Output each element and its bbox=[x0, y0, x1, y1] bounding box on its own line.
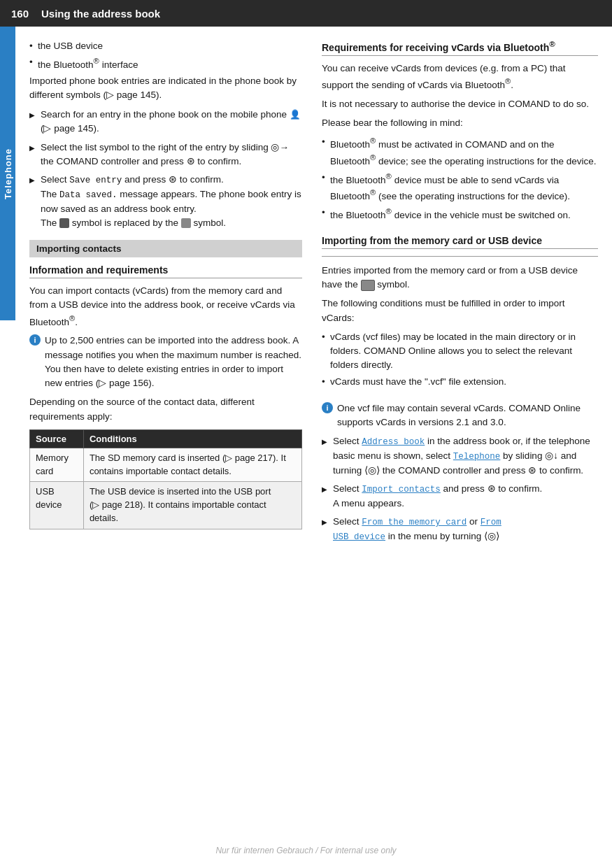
left-column: the USB device the Bluetooth® interface … bbox=[29, 39, 302, 548]
footer-watermark: Nur für internen Gebrauch / For internal… bbox=[0, 846, 612, 855]
conditions-usb-device: The USB device is inserted into the USB … bbox=[83, 482, 301, 529]
page-header: 160 Using the address book bbox=[0, 0, 612, 27]
import-heading: Importing from the memory card or USB de… bbox=[322, 235, 598, 249]
info-block-right: i One vcf file may contain several vCard… bbox=[322, 401, 598, 430]
bluetooth-section: Requirements for receiving vCards via Bl… bbox=[322, 39, 598, 222]
bullet-bluetooth: the Bluetooth® interface bbox=[29, 55, 302, 72]
bt-bullet-2: the Bluetooth® device must be able to se… bbox=[322, 171, 598, 204]
bullet-usb: the USB device bbox=[29, 39, 302, 53]
source-usb-device: USB device bbox=[30, 482, 84, 529]
vcf-bullet-1: vCards (vcf files) may be located in the… bbox=[322, 330, 598, 373]
bluetooth-para3: Please bear the following in mind: bbox=[322, 116, 598, 130]
arrow-from-memory: Select From the memory card or From USB … bbox=[322, 515, 598, 544]
conditions-memory-card: The SD memory card is inserted (▷ page 2… bbox=[83, 448, 301, 482]
sidebar-label: Telephone bbox=[0, 27, 15, 320]
arrow-list-symbol: Select the list symbol to the right of t… bbox=[29, 141, 302, 169]
bluetooth-heading: Requirements for receiving vCards via Bl… bbox=[322, 39, 598, 56]
page-number: 160 bbox=[11, 8, 29, 20]
arrow-search: Search for an entry in the phone book on… bbox=[29, 108, 302, 136]
info-block-left: i Up to 2,500 entries can be imported in… bbox=[29, 334, 302, 390]
page-title: Using the address book bbox=[41, 8, 160, 20]
importing-contacts-section: Importing contacts bbox=[29, 240, 302, 257]
content-wrapper: the USB device the Bluetooth® interface … bbox=[15, 27, 612, 562]
arrow-import-contacts: Select Import contacts and press ⊛ to co… bbox=[322, 482, 598, 511]
info-requirements-heading: Information and requirements bbox=[29, 264, 302, 278]
source-memory-card: Memory card bbox=[30, 448, 84, 482]
bluetooth-para1: You can receive vCards from devices (e.g… bbox=[322, 62, 598, 92]
import-para1: Entries imported from the memory card or… bbox=[322, 264, 598, 292]
intro-bullets: the USB device the Bluetooth® interface bbox=[29, 39, 302, 72]
info-icon-left: i bbox=[29, 334, 41, 346]
right-column: Requirements for receiving vCards via Bl… bbox=[322, 39, 598, 548]
vcf-bullet-2: vCards must have the ".vcf" file extensi… bbox=[322, 375, 598, 389]
source-table: Source Conditions Memory card The SD mem… bbox=[29, 429, 302, 529]
source-para: Depending on the source of the contact d… bbox=[29, 395, 302, 424]
col-conditions: Conditions bbox=[83, 429, 301, 448]
import-para2: The following conditions must be fulfill… bbox=[322, 297, 598, 325]
import-intro-para: You can import contacts (vCards) from th… bbox=[29, 284, 302, 329]
arrow-save-entry: Select Save entry and press ⊛ to confirm… bbox=[29, 173, 302, 230]
bt-bullet-3: the Bluetooth® device in the vehicle mus… bbox=[322, 206, 598, 222]
divider-1 bbox=[322, 256, 598, 257]
col-source: Source bbox=[30, 429, 84, 448]
imported-para: Imported phone book entries are indicate… bbox=[29, 74, 302, 103]
info-icon-right: i bbox=[322, 402, 333, 413]
table-row: Memory card The SD memory card is insert… bbox=[30, 448, 302, 482]
table-row: USB device The USB device is inserted in… bbox=[30, 482, 302, 529]
bt-bullet-1: Bluetooth® must be activated in COMAND a… bbox=[322, 135, 598, 169]
arrow-address-book: Select Address book in the address book … bbox=[322, 434, 598, 478]
import-section: Importing from the memory card or USB de… bbox=[322, 235, 598, 544]
bluetooth-para2: It is not necessary to authorise the dev… bbox=[322, 97, 598, 111]
